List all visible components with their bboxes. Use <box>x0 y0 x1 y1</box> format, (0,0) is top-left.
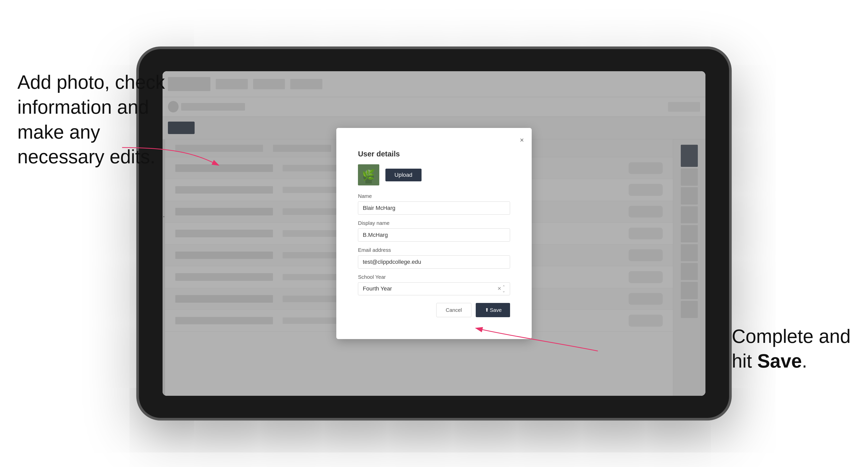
tablet-frame: User details × <box>139 49 729 418</box>
svg-point-5 <box>366 170 371 175</box>
scene: Add photo, check information and make an… <box>0 0 868 467</box>
left-annotation: Add photo, check information and make an… <box>17 70 174 169</box>
svg-rect-4 <box>365 176 372 183</box>
right-annotation: Complete and hit Save. <box>732 324 851 374</box>
school-year-chevron-icon[interactable]: ⌃⌄ <box>502 285 505 293</box>
app-background: User details × <box>162 71 706 396</box>
name-input[interactable] <box>358 201 510 215</box>
modal-close-button[interactable]: × <box>520 136 524 144</box>
save-label: Save <box>490 307 502 313</box>
annotation-right-text2: hit Save. <box>732 350 807 372</box>
school-year-select-wrapper: ✕ ⌃⌄ <box>358 282 510 295</box>
photo-section: Upload <box>358 164 510 186</box>
annotation-left-text: Add photo, check information and make an… <box>17 71 165 167</box>
school-year-field-group: School Year ✕ ⌃⌄ <box>358 274 510 295</box>
email-field-group: Email address <box>358 247 510 269</box>
display-name-label: Display name <box>358 220 510 226</box>
upload-button[interactable]: Upload <box>385 168 422 181</box>
svg-point-3 <box>365 170 372 176</box>
name-field-group: Name <box>358 193 510 215</box>
email-input[interactable] <box>358 255 510 269</box>
display-name-input[interactable] <box>358 228 510 242</box>
display-name-field-group: Display name <box>358 220 510 242</box>
school-year-clear-icon[interactable]: ✕ <box>497 286 501 291</box>
email-label: Email address <box>358 247 510 253</box>
modal-title: User details <box>358 150 510 158</box>
school-year-label: School Year <box>358 274 510 280</box>
svg-point-2 <box>363 173 374 181</box>
school-year-controls: ✕ ⌃⌄ <box>497 285 505 293</box>
save-button[interactable]: ⬆ Save <box>476 303 510 317</box>
user-details-dialog: User details × <box>336 128 532 339</box>
modal-actions: Cancel ⬆ Save <box>358 303 510 317</box>
name-label: Name <box>358 193 510 199</box>
annotation-right-text1: Complete and <box>732 325 851 347</box>
user-avatar <box>358 164 379 186</box>
tablet-screen: User details × <box>162 71 706 396</box>
school-year-input[interactable] <box>358 282 510 295</box>
cancel-button[interactable]: Cancel <box>436 303 471 317</box>
save-icon: ⬆ <box>485 307 489 313</box>
modal-overlay: User details × <box>162 71 706 396</box>
